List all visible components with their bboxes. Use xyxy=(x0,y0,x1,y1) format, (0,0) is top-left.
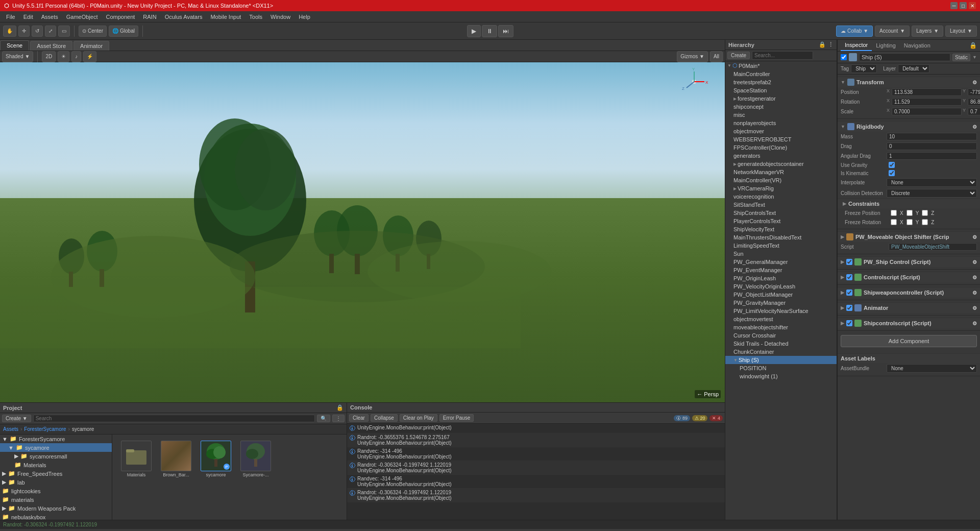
hierarchy-pworigin[interactable]: PW_OriginLeash xyxy=(725,274,837,282)
hierarchy-skid[interactable]: Skid Trails - Detached xyxy=(725,340,837,348)
collision-detection-dropdown[interactable]: Discrete xyxy=(887,189,977,198)
freeze-pos-x[interactable] xyxy=(891,210,897,216)
tab-inspector[interactable]: Inspector xyxy=(841,40,872,51)
freeze-rot-y[interactable] xyxy=(906,219,913,225)
transform-header[interactable]: ▼ Transform ⚙ xyxy=(838,77,980,87)
tool-hand[interactable]: ✋ xyxy=(3,26,16,37)
scale-x[interactable] xyxy=(892,108,962,115)
menu-file[interactable]: File xyxy=(2,13,19,21)
static-badge[interactable]: Static xyxy=(952,54,970,61)
drag-value[interactable] xyxy=(887,142,977,150)
mass-value[interactable] xyxy=(887,133,977,140)
menu-component[interactable]: Component xyxy=(102,13,139,21)
hierarchy-pwvelocity[interactable]: PW_VelocityOriginLeash xyxy=(725,282,837,291)
hierarchy-cursor[interactable]: Cursor Crosshair xyxy=(725,331,837,340)
asset-brown-bar[interactable]: Brown_Bar... xyxy=(158,441,194,477)
hierarchy-pwgeneral[interactable]: PW_GeneralManager xyxy=(725,258,837,266)
minimize-button[interactable]: ─ xyxy=(950,2,958,9)
project-create-button[interactable]: Create ▼ xyxy=(2,415,31,422)
asset-sycamore-mesh[interactable]: Sycamore-... xyxy=(238,441,274,477)
add-component-button[interactable]: Add Component xyxy=(841,335,977,347)
hierarchy-chunk[interactable]: ChunkContainer xyxy=(725,348,837,356)
position-x[interactable] xyxy=(892,88,962,96)
asset-sycamore[interactable]: P sycamore xyxy=(198,441,234,477)
breadcrumb-assets[interactable]: Assets xyxy=(3,426,18,432)
project-options-button[interactable]: ⋮ xyxy=(332,415,345,422)
menu-oculus[interactable]: Oculus Avatars xyxy=(161,13,207,21)
view-2d-button[interactable]: 2D xyxy=(42,51,56,62)
hierarchy-lock[interactable]: 🔒 xyxy=(819,41,826,48)
hierarchy-playercontrols[interactable]: PlayerControlsText xyxy=(725,217,837,225)
animator-enabled[interactable] xyxy=(846,305,852,311)
hierarchy-pwlimit[interactable]: PW_LimitVelocityNearSurface xyxy=(725,307,837,315)
angular-drag-value[interactable] xyxy=(887,152,977,160)
is-kinematic-checkbox[interactable] xyxy=(889,170,895,176)
hierarchy-create-button[interactable]: Create xyxy=(727,52,750,59)
tab-lighting[interactable]: Lighting xyxy=(872,40,900,51)
hierarchy-limitingspeed[interactable]: LimitingSpeedText xyxy=(725,242,837,250)
tab-navigation[interactable]: Navigation xyxy=(900,40,935,51)
tab-animator[interactable]: Animator xyxy=(74,41,109,51)
freeze-rot-x[interactable] xyxy=(891,219,897,225)
rigidbody-header[interactable]: ▼ Rigidbody ⚙ xyxy=(838,121,980,132)
tree-materials-root[interactable]: 📁 materials xyxy=(0,495,112,504)
hierarchy-shipvelocity[interactable]: ShipVelocityText xyxy=(725,225,837,233)
hierarchy-pwobjectlist[interactable]: PW_ObjectListManager xyxy=(725,291,837,299)
step-button[interactable]: ⏭ xyxy=(498,25,513,37)
hierarchy-position[interactable]: POSITION xyxy=(725,364,837,372)
menu-edit[interactable]: Edit xyxy=(19,13,37,21)
hierarchy-pwgravity[interactable]: PW_GravityManager xyxy=(725,299,837,307)
tool-rect[interactable]: ▭ xyxy=(58,26,70,37)
pivot-button[interactable]: ⊙ Center xyxy=(79,26,107,37)
position-y[interactable] xyxy=(968,88,980,96)
hierarchy-options[interactable]: ⋮ xyxy=(828,41,834,48)
tag-dropdown[interactable]: Ship xyxy=(851,64,877,73)
close-button[interactable]: ✕ xyxy=(969,2,976,9)
asset-materials[interactable]: Materials xyxy=(118,441,154,477)
shipcontrol-gear[interactable]: ⚙ xyxy=(972,321,977,326)
layer-dropdown[interactable]: Default xyxy=(898,64,929,73)
hierarchy-treetestprefab2[interactable]: treetestprefab2 xyxy=(725,78,837,86)
controlscript-header[interactable]: ▶ Controlscript (Script) ⚙ xyxy=(838,272,980,282)
hierarchy-generatedobjects[interactable]: ▶ generatedobjectscontainer xyxy=(725,160,837,168)
hierarchy-moveable[interactable]: moveableobjectshifter xyxy=(725,323,837,331)
account-dropdown[interactable]: Account ▼ xyxy=(875,26,910,37)
rotation-y[interactable] xyxy=(968,98,980,106)
freeze-pos-y[interactable] xyxy=(906,210,913,216)
hierarchy-p0main[interactable]: ▼ ⬡ P0Main* xyxy=(725,61,837,70)
tree-freespeedtrees[interactable]: ▶ 📁 Free_SpeedTrees xyxy=(0,469,112,478)
hierarchy-objectmover[interactable]: objectmover xyxy=(725,127,837,135)
menu-window[interactable]: Window xyxy=(266,13,295,21)
project-search-button[interactable]: 🔍 xyxy=(317,415,330,422)
hierarchy-objectmovertest[interactable]: objectmovertest xyxy=(725,315,837,323)
gizmos-button[interactable]: Gizmos ▼ xyxy=(677,51,708,62)
controlscript-gear[interactable]: ⚙ xyxy=(972,275,977,280)
tab-scene[interactable]: Scene xyxy=(0,40,29,51)
all-button[interactable]: All xyxy=(710,51,723,62)
animator-gear[interactable]: ⚙ xyxy=(972,305,977,311)
menu-mobile[interactable]: Mobile Input xyxy=(206,13,245,21)
tab-asset-store[interactable]: Asset Store xyxy=(30,41,72,51)
tree-nebula[interactable]: 📁 nebulaskybox xyxy=(0,513,112,520)
hierarchy-spacestation[interactable]: SpaceStation xyxy=(725,86,837,94)
hierarchy-shipcontrols[interactable]: ShipControlsText xyxy=(725,209,837,217)
project-search-input[interactable] xyxy=(33,415,315,422)
collab-button[interactable]: ☁ Collab ▼ xyxy=(836,26,873,37)
shipweapon-header[interactable]: ▶ Shipweaponcontroller (Script) ⚙ xyxy=(838,287,980,298)
scale-y[interactable] xyxy=(968,108,980,115)
hierarchy-maincontrollervr[interactable]: MainController(VR) xyxy=(725,176,837,184)
hierarchy-sitstand[interactable]: SitStandText xyxy=(725,201,837,209)
menu-gameobject[interactable]: GameObject xyxy=(62,13,102,21)
space-button[interactable]: 🌐 Global xyxy=(109,26,138,37)
hierarchy-fpscontroller[interactable]: FPSController(Clone) xyxy=(725,143,837,152)
static-chevron[interactable]: ▼ xyxy=(972,55,977,60)
object-name-input[interactable] xyxy=(859,53,950,61)
tree-lab[interactable]: ▶ 📁 lab xyxy=(0,478,112,487)
hierarchy-maincontroller[interactable]: MainController xyxy=(725,70,837,78)
clear-on-play-button[interactable]: Clear on Play xyxy=(400,414,437,422)
pause-button[interactable]: ⏸ xyxy=(482,25,497,37)
tool-scale[interactable]: ⤢ xyxy=(45,26,56,37)
hierarchy-shipconcept[interactable]: shipconcept xyxy=(725,103,837,111)
breadcrumb-sycamore[interactable]: sycamore xyxy=(72,426,94,432)
menu-assets[interactable]: Assets xyxy=(37,13,62,21)
